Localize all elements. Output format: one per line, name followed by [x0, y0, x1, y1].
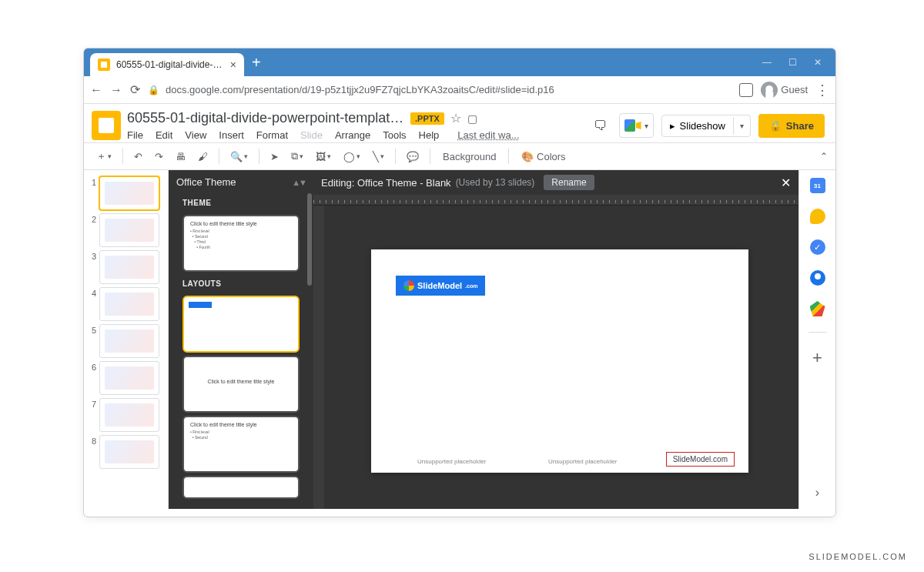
- slide-number: 3: [89, 250, 96, 261]
- new-tab-button[interactable]: +: [252, 54, 261, 72]
- slide-number: 2: [89, 213, 96, 224]
- titlebar: 60555-01-digital-divide-powerpc × + ― ☐ …: [84, 49, 835, 76]
- line-icon[interactable]: ╲▾: [368, 148, 389, 166]
- back-icon[interactable]: ←: [90, 83, 102, 97]
- slideshow-button-group: ▸ Slideshow ▾: [661, 115, 751, 137]
- reload-icon[interactable]: ⟳: [130, 82, 140, 97]
- slide-number: 8: [89, 435, 96, 446]
- forward-icon[interactable]: →: [110, 83, 122, 97]
- pptx-badge: .PPTX: [410, 112, 444, 125]
- url-field[interactable]: 🔒 docs.google.com/presentation/d/19-p5z1…: [148, 84, 732, 95]
- slide-filmstrip[interactable]: 1 2 3 4 5 6 7 8: [84, 170, 169, 509]
- layout-thumb-title[interactable]: Click to edit theme title style: [182, 356, 300, 413]
- slide-thumb[interactable]: [99, 361, 159, 395]
- menu-edit[interactable]: Edit: [156, 129, 172, 141]
- background-button[interactable]: Background: [437, 148, 502, 166]
- menu-insert[interactable]: Insert: [219, 129, 244, 141]
- last-edit-link[interactable]: Last edit wa...: [457, 129, 519, 141]
- redo-icon[interactable]: ↷: [150, 148, 168, 166]
- tab-title: 60555-01-digital-divide-powerpc: [116, 59, 226, 70]
- slidemodel-logo[interactable]: SlideModel.com: [396, 276, 485, 296]
- extension-icon[interactable]: [739, 83, 753, 97]
- theme-panel-title: Office Theme: [176, 176, 236, 188]
- paint-format-icon[interactable]: 🖌: [193, 148, 213, 166]
- slides-favicon-icon: [98, 59, 110, 71]
- menu-view[interactable]: View: [185, 129, 206, 141]
- maximize-icon[interactable]: ☐: [788, 57, 797, 68]
- menu-format[interactable]: Format: [256, 129, 288, 141]
- slideshow-button[interactable]: ▸ Slideshow: [662, 115, 733, 136]
- placeholder-text: Unsupported placeholder: [417, 458, 486, 465]
- logo-swirl-icon: [403, 280, 414, 291]
- theme-panel: Office Theme ▲▼ THEME Click to edit them…: [169, 170, 313, 509]
- slide-thumb[interactable]: [99, 435, 159, 469]
- zoom-icon[interactable]: 🔍▾: [226, 148, 253, 166]
- theme-switch-icon[interactable]: ▲▼: [292, 178, 306, 187]
- contacts-icon[interactable]: [810, 270, 825, 286]
- colors-button[interactable]: 🎨 Colors: [515, 148, 571, 166]
- close-window-icon[interactable]: ✕: [814, 57, 822, 68]
- editor-heading: Editing: Office Theme - Blank: [321, 177, 451, 189]
- select-icon[interactable]: ➤: [266, 148, 283, 166]
- side-panel: + ›: [798, 170, 835, 509]
- share-button[interactable]: 🔒 Share: [758, 114, 825, 138]
- slide-thumb[interactable]: [99, 324, 159, 358]
- menu-file[interactable]: File: [127, 129, 143, 141]
- calendar-icon[interactable]: [810, 178, 825, 193]
- slide-thumb[interactable]: [99, 250, 159, 284]
- theme-master-thumb[interactable]: Click to edit theme title style • First …: [182, 215, 300, 272]
- menu-tools[interactable]: Tools: [383, 129, 406, 141]
- slideshow-dropdown[interactable]: ▾: [733, 117, 750, 135]
- menu-help[interactable]: Help: [419, 129, 440, 141]
- textbox-icon[interactable]: ⧉▾: [286, 147, 308, 166]
- ruler-vertical: [313, 206, 324, 509]
- image-icon[interactable]: 🖼▾: [311, 148, 336, 166]
- chevron-down-icon: ▾: [644, 122, 648, 130]
- minimize-icon[interactable]: ―: [762, 57, 772, 68]
- move-icon[interactable]: ▢: [467, 112, 477, 125]
- slide-thumb[interactable]: [99, 287, 159, 321]
- print-icon[interactable]: 🖶: [171, 148, 190, 166]
- comment-icon[interactable]: 💬: [402, 148, 424, 166]
- doc-title[interactable]: 60555-01-digital-divide-powerpoint-templ…: [127, 110, 404, 126]
- browser-tab[interactable]: 60555-01-digital-divide-powerpc ×: [90, 53, 244, 76]
- slides-logo-icon[interactable]: [92, 111, 121, 140]
- address-bar: ← → ⟳ 🔒 docs.google.com/presentation/d/1…: [84, 76, 835, 104]
- slideshow-label: Slideshow: [680, 120, 725, 132]
- menu-arrange[interactable]: Arrange: [335, 129, 370, 141]
- comments-icon[interactable]: 🗨: [590, 115, 611, 136]
- slide-number: 6: [89, 361, 96, 372]
- undo-icon[interactable]: ↶: [129, 148, 147, 166]
- add-addon-icon[interactable]: +: [812, 348, 822, 368]
- browser-window: 60555-01-digital-divide-powerpc × + ― ☐ …: [83, 48, 836, 517]
- footer-box[interactable]: SlideModel.com: [666, 452, 735, 467]
- slide-thumb[interactable]: [99, 398, 159, 432]
- collapse-sidepanel-icon[interactable]: ›: [815, 486, 819, 500]
- layout-thumb-content[interactable]: Click to edit theme title style • First …: [182, 416, 300, 473]
- new-slide-button[interactable]: ＋▾: [92, 146, 116, 166]
- slide-thumb[interactable]: [99, 213, 159, 247]
- slide-canvas[interactable]: SlideModel.com Unsupported placeholder U…: [371, 249, 748, 473]
- close-tab-icon[interactable]: ×: [230, 59, 236, 71]
- profile-chip[interactable]: Guest: [761, 82, 808, 99]
- collapse-toolbar-icon[interactable]: ⌃: [820, 151, 828, 162]
- layout-thumb-blank[interactable]: [182, 296, 300, 353]
- layout-thumb[interactable]: [182, 476, 300, 499]
- meet-button[interactable]: ▾: [619, 113, 654, 138]
- layouts-section-label: LAYOUTS: [169, 275, 313, 293]
- slide-number: 4: [89, 287, 96, 298]
- slide-thumb[interactable]: [99, 176, 159, 210]
- url-text: docs.google.com/presentation/d/19-p5z1tj…: [166, 84, 554, 95]
- star-icon[interactable]: ☆: [450, 111, 461, 125]
- close-editor-icon[interactable]: ✕: [781, 176, 791, 190]
- tasks-icon[interactable]: [810, 239, 825, 255]
- toolbar: ＋▾ ↶ ↷ 🖶 🖌 🔍▾ ➤ ⧉▾ 🖼▾ ◯▾ ╲▾ 💬 Background…: [84, 142, 835, 170]
- keep-icon[interactable]: [810, 209, 825, 224]
- rename-button[interactable]: Rename: [544, 175, 594, 190]
- editor-area: Editing: Office Theme - Blank (Used by 1…: [313, 170, 798, 509]
- used-by-text: (Used by 13 slides): [456, 177, 535, 188]
- shape-icon[interactable]: ◯▾: [339, 148, 365, 166]
- maps-icon[interactable]: [810, 301, 825, 316]
- theme-scrollbar[interactable]: [307, 193, 312, 286]
- browser-menu-icon[interactable]: ⋮: [815, 82, 829, 99]
